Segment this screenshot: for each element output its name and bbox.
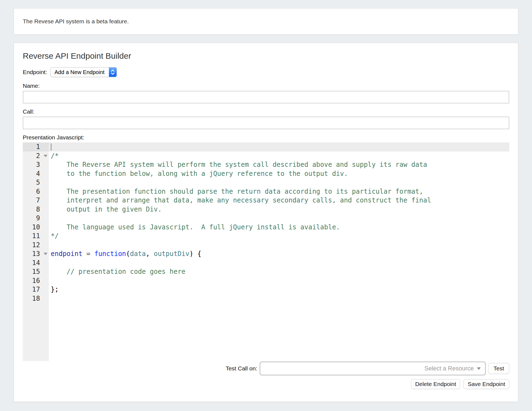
line-number: 12 xyxy=(32,241,40,249)
gutter-line[interactable]: 12 xyxy=(23,241,49,250)
code-line[interactable]: output in the given Div. xyxy=(49,205,509,214)
line-number: 4 xyxy=(36,170,40,178)
endpoint-row: Endpoint: Add a New Endpoint xyxy=(23,67,509,77)
code-token-plain: }; xyxy=(51,286,59,293)
gutter-line[interactable]: 1 xyxy=(23,142,49,151)
code-token-operator: = xyxy=(86,250,90,258)
gutter-line[interactable]: 15 xyxy=(23,267,49,276)
code-token-plain xyxy=(83,250,86,258)
delete-endpoint-button[interactable]: Delete Endpoint xyxy=(411,379,460,389)
code-token-plain: ) { xyxy=(189,250,201,258)
line-number: 5 xyxy=(36,179,40,186)
line-number: 14 xyxy=(32,259,40,267)
code-line[interactable] xyxy=(49,214,509,223)
code-line[interactable] xyxy=(49,178,509,187)
text-cursor xyxy=(51,143,52,151)
code-token-param: data xyxy=(130,250,146,258)
dropdown-arrow-icon xyxy=(477,367,481,370)
code-line[interactable] xyxy=(49,241,509,250)
endpoint-label: Endpoint: xyxy=(23,69,47,75)
code-line[interactable]: The Reverse API system will perform the … xyxy=(49,160,509,169)
code-token-comment: interpret and arrange that data, make an… xyxy=(51,196,431,204)
gutter-line[interactable]: 16 xyxy=(23,276,49,285)
gutter-line[interactable]: 4 xyxy=(23,169,49,178)
code-line[interactable]: // presentation code goes here xyxy=(49,267,509,276)
editor-code[interactable]: /* The Reverse API system will perform t… xyxy=(49,142,509,361)
resource-select-placeholder: Select a Resource xyxy=(425,365,474,372)
gutter-line[interactable]: 3 xyxy=(23,160,49,169)
code-token-comment: /* xyxy=(51,152,59,160)
resource-select[interactable]: Select a Resource xyxy=(260,362,486,375)
endpoint-builder-panel: Reverse API Endpoint Builder Endpoint: A… xyxy=(14,43,518,402)
gutter-line[interactable]: 17 xyxy=(23,285,49,294)
gutter-line[interactable]: 8 xyxy=(23,205,49,214)
code-line[interactable]: to the function below, along with a jQue… xyxy=(49,169,509,178)
gutter-line[interactable]: 9 xyxy=(23,214,49,223)
gutter-line[interactable]: 6 xyxy=(23,187,49,196)
select-stepper-icon xyxy=(109,67,117,77)
code-line[interactable]: */ xyxy=(49,232,509,241)
code-line[interactable]: }; xyxy=(49,285,509,294)
beta-notice-text: The Revese API system is a beta feature. xyxy=(23,18,129,24)
fold-arrow-icon[interactable] xyxy=(44,253,47,255)
code-token-plain: , xyxy=(146,250,154,258)
code-token-comment: The language used is Javascript. A full … xyxy=(51,223,340,231)
gutter-line[interactable]: 14 xyxy=(23,258,49,268)
line-number: 1 xyxy=(36,143,40,151)
name-label: Name: xyxy=(23,83,509,89)
code-line[interactable] xyxy=(49,276,509,285)
gutter-line[interactable]: 13 xyxy=(23,249,49,258)
code-token-variable: endpoint xyxy=(51,250,83,258)
line-number: 9 xyxy=(36,214,40,222)
beta-notice-banner: The Revese API system is a beta feature. xyxy=(14,8,518,35)
code-line[interactable]: /* xyxy=(49,151,509,161)
line-number: 10 xyxy=(32,223,40,231)
page: The Revese API system is a beta feature.… xyxy=(0,0,532,411)
line-number: 13 xyxy=(32,250,40,258)
name-input[interactable] xyxy=(23,91,509,103)
gutter-line[interactable]: 7 xyxy=(23,196,49,205)
code-token-comment: The presentation function should parse t… xyxy=(51,188,423,195)
gutter-line[interactable]: 11 xyxy=(23,232,49,241)
code-line[interactable]: endpoint = function(data, outputDiv) { xyxy=(49,249,509,258)
code-line[interactable] xyxy=(49,142,509,151)
code-token-keyword: function xyxy=(94,250,126,258)
line-number: 7 xyxy=(36,196,40,204)
gutter-line[interactable]: 2 xyxy=(23,151,49,161)
code-line[interactable] xyxy=(49,258,509,268)
endpoint-select[interactable]: Add a New Endpoint xyxy=(50,67,117,77)
actions-row: Delete Endpoint Save Endpoint xyxy=(23,379,509,389)
code-line[interactable]: The language used is Javascript. A full … xyxy=(49,223,509,232)
fold-arrow-icon[interactable] xyxy=(44,155,47,157)
gutter-line[interactable]: 10 xyxy=(23,223,49,232)
gutter-line[interactable]: 18 xyxy=(23,294,49,303)
code-line[interactable] xyxy=(49,294,509,303)
code-token-plain xyxy=(90,250,94,258)
line-number: 8 xyxy=(36,206,40,213)
code-line[interactable]: The presentation function should parse t… xyxy=(49,187,509,196)
line-number: 17 xyxy=(32,286,40,293)
line-number: 16 xyxy=(32,277,40,285)
page-title: Reverse API Endpoint Builder xyxy=(23,51,509,61)
code-token-comment: output in the given Div. xyxy=(51,206,162,213)
line-number: 3 xyxy=(36,161,40,168)
line-number: 18 xyxy=(32,295,40,302)
line-number: 2 xyxy=(36,152,40,160)
code-token-comment: // presentation code goes here xyxy=(51,268,185,275)
save-endpoint-button[interactable]: Save Endpoint xyxy=(463,379,509,389)
test-call-row: Test Call on: Select a Resource Test xyxy=(23,362,509,375)
code-line[interactable]: interpret and arrange that data, make an… xyxy=(49,196,509,205)
endpoint-select-value: Add a New Endpoint xyxy=(51,67,109,77)
line-number: 6 xyxy=(36,188,40,195)
code-token-comment: The Reverse API system will perform the … xyxy=(51,161,427,168)
gutter-line[interactable]: 5 xyxy=(23,178,49,187)
code-token-comment: */ xyxy=(51,232,59,240)
code-token-plain: ( xyxy=(126,250,130,258)
code-editor[interactable]: 123456789101112131415161718 /* The Rever… xyxy=(23,142,509,361)
test-call-label: Test Call on: xyxy=(226,365,257,372)
presentation-javascript-label: Presentation Javascript: xyxy=(23,134,509,141)
call-input[interactable] xyxy=(23,117,509,129)
test-button[interactable]: Test xyxy=(488,363,509,374)
line-number: 11 xyxy=(32,232,40,240)
line-number: 15 xyxy=(32,268,40,275)
